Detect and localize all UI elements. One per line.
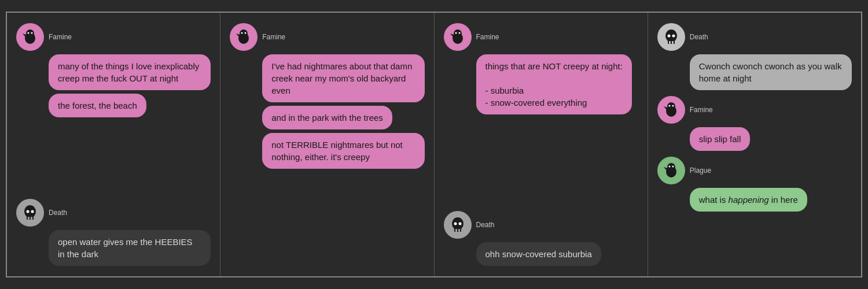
message-row: Famine many of the things I love inexpli… bbox=[16, 23, 211, 117]
username-famine: Famine bbox=[49, 33, 72, 41]
svg-marker-41 bbox=[664, 167, 667, 171]
bird-icon bbox=[234, 28, 253, 46]
svg-point-30 bbox=[667, 35, 670, 38]
bubble: I've had nightmares about that damn cree… bbox=[262, 54, 424, 102]
svg-marker-36 bbox=[664, 106, 667, 110]
avatar-death bbox=[444, 211, 472, 239]
svg-rect-32 bbox=[669, 41, 671, 44]
plague-bird-icon bbox=[662, 161, 681, 180]
svg-point-20 bbox=[455, 32, 457, 34]
bubble: what is happening in here bbox=[690, 188, 807, 212]
message-row: Famine I've had nightmares about that da… bbox=[230, 23, 424, 169]
user-header: Famine bbox=[657, 96, 713, 124]
avatar-death bbox=[16, 199, 44, 227]
avatar-death bbox=[657, 23, 685, 51]
svg-point-35 bbox=[667, 102, 675, 110]
svg-marker-2 bbox=[23, 34, 26, 37]
user-header: Death bbox=[444, 211, 495, 239]
svg-point-25 bbox=[458, 223, 461, 225]
bubble: not TERRIBLE nightmares but not nothing,… bbox=[262, 133, 424, 169]
bird-icon bbox=[21, 28, 39, 46]
username-death: Death bbox=[690, 33, 708, 41]
bubble: many of the things I love inexplicably c… bbox=[49, 54, 211, 90]
svg-point-13 bbox=[240, 29, 248, 38]
skull-icon bbox=[21, 204, 39, 221]
svg-point-24 bbox=[454, 223, 457, 225]
svg-marker-14 bbox=[236, 34, 240, 37]
svg-point-43 bbox=[672, 166, 674, 168]
svg-point-42 bbox=[668, 166, 670, 168]
bird-icon bbox=[662, 101, 681, 119]
svg-point-38 bbox=[672, 105, 674, 107]
message-row: Death Cwonch cwonch cwonch as you walk h… bbox=[657, 23, 852, 90]
username-death: Death bbox=[476, 221, 495, 229]
svg-marker-19 bbox=[450, 34, 454, 37]
svg-point-16 bbox=[245, 32, 247, 34]
panel-2: Famine I've had nightmares about that da… bbox=[220, 13, 434, 276]
svg-point-4 bbox=[31, 32, 33, 34]
skull-icon bbox=[663, 28, 680, 46]
avatar-famine bbox=[16, 23, 44, 51]
svg-rect-26 bbox=[455, 229, 457, 232]
user-header: Famine bbox=[444, 23, 499, 51]
svg-rect-7 bbox=[27, 216, 34, 220]
username-famine: Famine bbox=[690, 106, 713, 114]
svg-rect-23 bbox=[454, 228, 461, 232]
bubble: open water gives me the HEEBIES in the d… bbox=[49, 230, 211, 266]
username-death: Death bbox=[49, 209, 67, 217]
svg-rect-27 bbox=[458, 229, 460, 232]
user-header: Famine bbox=[230, 23, 285, 51]
bubble: slip slip fall bbox=[690, 127, 751, 151]
svg-rect-33 bbox=[672, 41, 674, 44]
bubble: and in the park with the trees bbox=[262, 106, 392, 129]
bubble: Cwonch cwonch cwonch as you walk home at… bbox=[690, 54, 852, 90]
panel-3: Famine things that are NOT creepy at nig… bbox=[435, 13, 648, 276]
avatar-famine bbox=[230, 23, 258, 51]
username-plague: Plague bbox=[690, 166, 711, 175]
avatar-plague bbox=[657, 157, 685, 184]
avatar-famine bbox=[444, 23, 472, 51]
user-header: Plague bbox=[657, 157, 711, 184]
panel-1: Famine many of the things I love inexpli… bbox=[7, 13, 220, 276]
svg-point-18 bbox=[454, 29, 462, 38]
message-row: Death open water gives me the HEEBIES in… bbox=[16, 199, 211, 266]
svg-rect-29 bbox=[668, 40, 675, 44]
chat-container: Famine many of the things I love inexpli… bbox=[6, 12, 862, 277]
svg-point-8 bbox=[27, 210, 30, 213]
svg-point-37 bbox=[668, 105, 670, 107]
svg-rect-44 bbox=[670, 174, 672, 177]
message-row: Famine slip slip fall bbox=[657, 96, 852, 151]
svg-point-31 bbox=[672, 35, 675, 38]
username-famine: Famine bbox=[262, 33, 285, 41]
message-row: Death ohh snow-covered suburbia bbox=[444, 211, 638, 266]
message-row: Famine things that are NOT creepy at nig… bbox=[444, 23, 638, 114]
svg-point-15 bbox=[241, 32, 243, 34]
svg-point-9 bbox=[31, 210, 34, 213]
svg-point-40 bbox=[667, 163, 675, 171]
user-header: Famine bbox=[16, 23, 72, 51]
svg-point-3 bbox=[28, 32, 30, 34]
svg-rect-11 bbox=[31, 217, 32, 220]
user-header: Death bbox=[16, 199, 67, 227]
username-famine: Famine bbox=[476, 33, 499, 41]
user-header: Death bbox=[657, 23, 708, 51]
skull-icon bbox=[449, 216, 466, 234]
bubble: things that are NOT creepy at night:- su… bbox=[476, 54, 632, 114]
bird-icon bbox=[448, 28, 467, 46]
panel-4: Death Cwonch cwonch cwonch as you walk h… bbox=[648, 13, 861, 276]
bubble: ohh snow-covered suburbia bbox=[476, 242, 601, 266]
avatar-famine bbox=[657, 96, 685, 124]
bubble: the forest, the beach bbox=[49, 94, 146, 117]
message-row: Plague what is happening in here bbox=[657, 157, 852, 212]
svg-point-21 bbox=[458, 32, 460, 34]
svg-rect-10 bbox=[28, 217, 30, 220]
